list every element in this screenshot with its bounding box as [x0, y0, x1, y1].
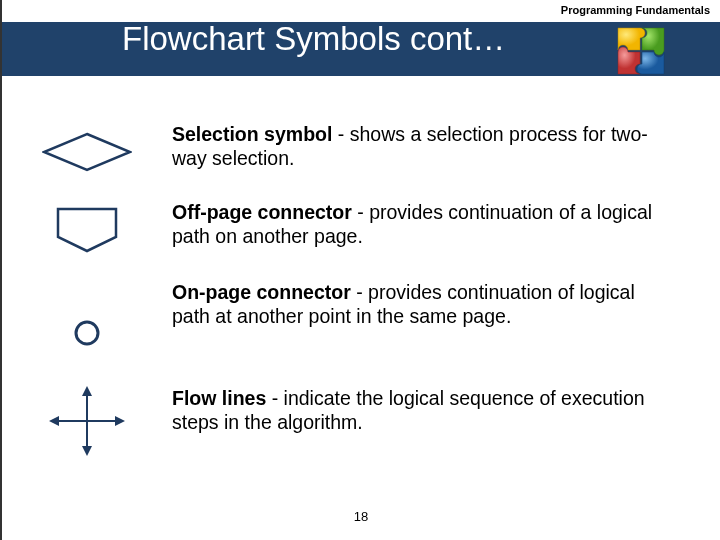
svg-point-2 [76, 322, 98, 344]
svg-marker-0 [44, 134, 130, 170]
list-item: Selection symbol - shows a selection pro… [2, 122, 720, 182]
item-name: On-page connector [172, 281, 351, 303]
page-number: 18 [354, 509, 368, 524]
svg-marker-5 [115, 416, 125, 426]
svg-marker-7 [82, 386, 92, 396]
svg-marker-1 [58, 209, 116, 251]
list-item: On-page connector - provides continuatio… [2, 280, 720, 365]
item-text: Off-page connector - provides continuati… [172, 200, 720, 249]
flow-lines-icon [2, 386, 172, 456]
offpage-connector-icon [2, 200, 172, 260]
slide-container: Programming Fundamentals Flowchart Symbo… [0, 0, 720, 540]
course-label: Programming Fundamentals [561, 4, 710, 16]
slide-title: Flowchart Symbols cont… [122, 20, 505, 58]
puzzle-icon [600, 18, 680, 98]
content-area: Selection symbol - shows a selection pro… [2, 108, 720, 508]
selection-symbol-icon [2, 122, 172, 182]
item-name: Off-page connector [172, 201, 352, 223]
item-text: Selection symbol - shows a selection pro… [172, 122, 720, 171]
onpage-connector-icon [2, 280, 172, 365]
svg-marker-4 [49, 416, 59, 426]
svg-marker-8 [82, 446, 92, 456]
item-text: Flow lines - indicate the logical sequen… [172, 386, 720, 435]
list-item: Flow lines - indicate the logical sequen… [2, 386, 720, 456]
item-name: Flow lines [172, 387, 266, 409]
item-name: Selection symbol [172, 123, 332, 145]
list-item: Off-page connector - provides continuati… [2, 200, 720, 260]
item-text: On-page connector - provides continuatio… [172, 280, 720, 329]
